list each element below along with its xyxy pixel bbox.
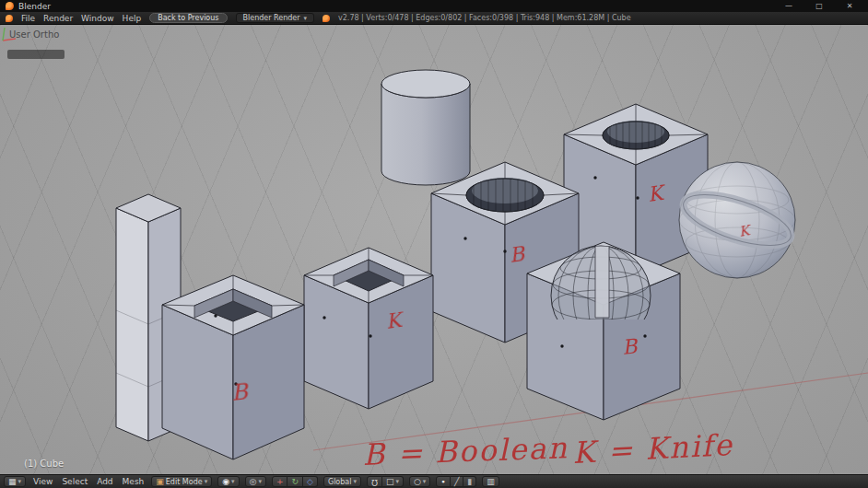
- minimize-button[interactable]: —: [776, 0, 802, 12]
- pivot-point-dropdown[interactable]: ◎ ▾: [245, 476, 266, 487]
- engine-label: Blender Render: [243, 14, 300, 22]
- legend-knife: K = Knife: [571, 427, 733, 471]
- chevron-down-icon: ▾: [353, 478, 357, 485]
- close-button[interactable]: ✕: [837, 0, 862, 12]
- viewport-shading-dropdown[interactable]: ◉ ▾: [217, 476, 239, 487]
- vertex-select-button[interactable]: ∙: [436, 476, 451, 487]
- window-title: Blender: [18, 2, 51, 11]
- sphere-knife-object[interactable]: [677, 162, 796, 278]
- translate-manipulator-button[interactable]: +: [272, 476, 288, 487]
- menu-window[interactable]: Window: [81, 14, 114, 23]
- face-select-button[interactable]: ▮: [463, 476, 476, 487]
- edge-select-icon: ╱: [454, 478, 459, 486]
- translate-icon: +: [276, 478, 284, 486]
- menu-view[interactable]: View: [31, 477, 54, 486]
- edge-select-button[interactable]: ╱: [451, 476, 463, 487]
- orientation-label: Global: [328, 478, 352, 486]
- editor-type-icon: ▦: [8, 478, 17, 486]
- select-mode-buttons: ∙ ╱ ▮: [436, 476, 476, 487]
- 3d-viewport[interactable]: B K B K B K B = Boolean K = Knife User O…: [0, 25, 868, 474]
- blender-logo-icon: [6, 2, 14, 10]
- chevron-down-icon: ▾: [304, 15, 308, 22]
- snap-controls: Ω □ ▾: [367, 476, 404, 487]
- cylinder-object[interactable]: [381, 70, 470, 185]
- title-bar: Blender — □ ✕: [0, 0, 868, 12]
- snap-toggle-button[interactable]: Ω: [367, 476, 382, 487]
- mode-label: Edit Mode: [166, 478, 203, 486]
- chevron-down-icon: ▾: [231, 478, 235, 485]
- proportional-edit-icon: ○: [414, 478, 421, 486]
- magnet-icon: Ω: [371, 478, 378, 486]
- back-to-previous-button[interactable]: Back to Previous: [149, 13, 227, 23]
- rotate-icon: ↻: [291, 478, 299, 486]
- menu-mesh[interactable]: Mesh: [121, 477, 147, 486]
- chevron-down-icon: ▾: [258, 478, 262, 485]
- occlude-geometry-icon: ▥: [487, 478, 495, 486]
- limit-selection-visible-toggle[interactable]: ▥: [482, 476, 499, 487]
- cube-boolean-square-hole[interactable]: [162, 275, 304, 459]
- menu-help[interactable]: Help: [123, 14, 142, 23]
- viewport-header-bar: ▦ ▾ View Select Add Mesh ▣ Edit Mode ▾ ◉…: [0, 474, 868, 488]
- face-select-icon: ▮: [467, 478, 472, 486]
- info-bar: File Render Window Help Back to Previous…: [0, 12, 868, 25]
- mini-axis-gizmo: [0, 25, 20, 45]
- blender-version-logo-icon: [323, 15, 330, 22]
- snap-target-icon: □: [386, 478, 394, 486]
- editor-type-button[interactable]: ▦ ▾: [4, 476, 26, 487]
- rotate-manipulator-button[interactable]: ↻: [287, 476, 303, 487]
- chevron-down-icon: ▾: [423, 478, 427, 485]
- snap-target-dropdown[interactable]: □ ▾: [382, 476, 404, 487]
- render-engine-dropdown[interactable]: Blender Render ▾: [236, 13, 315, 23]
- cube-boolean-sphere[interactable]: [527, 242, 680, 420]
- menu-file[interactable]: File: [21, 14, 35, 23]
- mode-dropdown[interactable]: ▣ Edit Mode ▾: [151, 476, 212, 487]
- legend-boolean: B = Boolean: [362, 430, 569, 472]
- orientation-dropdown[interactable]: Global ▾: [323, 476, 361, 487]
- scale-manipulator-button[interactable]: ◇: [303, 476, 318, 487]
- operator-panel-collapsed[interactable]: [7, 50, 65, 59]
- proportional-edit-dropdown[interactable]: ○ ▾: [409, 476, 430, 487]
- menu-select[interactable]: Select: [60, 477, 89, 486]
- viewport-shading-icon: ◉: [222, 478, 229, 486]
- chevron-down-icon: ▾: [395, 478, 399, 485]
- viewport-3d-scene[interactable]: B K B K B K B = Boolean K = Knife: [0, 25, 868, 474]
- scene-statistics: v2.78 | Verts:0/478 | Edges:0/802 | Face…: [338, 14, 631, 22]
- active-object-label: (1) Cube: [24, 459, 64, 469]
- manipulator-toggles: + ↻ ◇: [272, 476, 318, 487]
- chevron-down-icon: ▾: [18, 478, 22, 485]
- blender-window: Blender — □ ✕ File Render Window Help Ba…: [0, 0, 868, 488]
- pivot-point-icon: ◎: [250, 478, 257, 486]
- vertex-select-icon: ∙: [440, 478, 446, 486]
- menu-render[interactable]: Render: [43, 14, 73, 23]
- blender-menu-logo-icon: [6, 15, 13, 22]
- edit-mode-icon: ▣: [156, 478, 164, 486]
- chevron-down-icon: ▾: [205, 478, 208, 485]
- cube-knife-square-hole[interactable]: [304, 248, 433, 409]
- menu-add[interactable]: Add: [95, 477, 114, 486]
- maximize-button[interactable]: □: [806, 0, 832, 12]
- scale-icon: ◇: [307, 478, 313, 486]
